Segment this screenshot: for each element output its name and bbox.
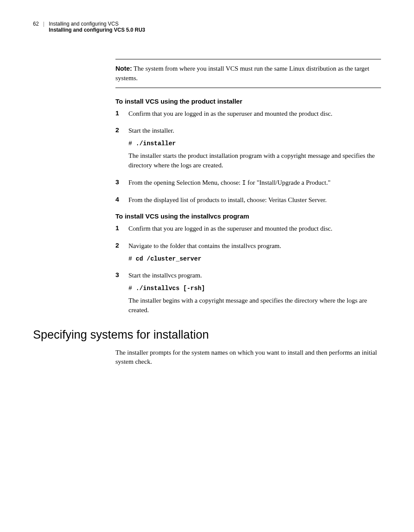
code-prompt: # bbox=[128, 285, 136, 292]
code-block: # ./installvcs [-rsh] bbox=[128, 284, 381, 293]
step-item: 2 Start the installer. # ./installer The… bbox=[115, 126, 381, 174]
header-separator: | bbox=[43, 21, 44, 27]
step-text: Confirm that you are logged in as the su… bbox=[128, 109, 381, 119]
step-number: 4 bbox=[115, 196, 128, 209]
header-section: Installing and configuring VCS 5.0 RU3 bbox=[49, 27, 145, 33]
step-item: 1 Confirm that you are logged in as the … bbox=[115, 224, 381, 237]
step-number: 2 bbox=[115, 242, 128, 267]
step-text: Start the installvcs program. bbox=[128, 271, 381, 281]
step-item: 3 Start the installvcs program. # ./inst… bbox=[115, 271, 381, 319]
code-prompt: # bbox=[128, 255, 136, 262]
code-block: # cd /cluster_server bbox=[128, 255, 381, 263]
section-body-text: The installer prompts for the system nam… bbox=[115, 348, 381, 367]
step-text: From the displayed list of products to i… bbox=[128, 196, 381, 205]
step-item: 4 From the displayed list of products to… bbox=[115, 196, 381, 209]
note-text: The system from where you install VCS mu… bbox=[115, 65, 369, 82]
step-item: 1 Confirm that you are logged in as the … bbox=[115, 109, 381, 122]
step-number: 2 bbox=[115, 126, 128, 174]
step-item: 2 Navigate to the folder that contains t… bbox=[115, 242, 381, 267]
code-command: ./installer bbox=[136, 140, 176, 147]
page-number: 62 bbox=[33, 21, 39, 27]
step-number: 1 bbox=[115, 224, 128, 237]
note-box: Note: The system from where you install … bbox=[115, 59, 381, 88]
step-text: Navigate to the folder that contains the… bbox=[128, 242, 381, 251]
note-label: Note: bbox=[115, 65, 132, 72]
step-after-text: The installer starts the product install… bbox=[128, 151, 381, 170]
step-text: Confirm that you are logged in as the su… bbox=[128, 224, 381, 234]
step-text: Start the installer. bbox=[128, 126, 381, 136]
step-text: From the opening Selection Menu, choose:… bbox=[128, 178, 381, 188]
code-block: # ./installer bbox=[128, 139, 381, 148]
step-number: 3 bbox=[115, 178, 128, 191]
procedure-title-2: To install VCS using the installvcs prog… bbox=[115, 212, 381, 220]
section-heading: Specifying systems for installation bbox=[33, 328, 381, 342]
step-number: 1 bbox=[115, 109, 128, 122]
page-header: 62 | Installing and configuring VCS Inst… bbox=[33, 21, 381, 33]
code-command: ./installvcs [-rsh] bbox=[136, 285, 205, 292]
code-prompt: # bbox=[128, 140, 136, 147]
step-after-text: The installer begins with a copyright me… bbox=[128, 296, 381, 315]
procedure-title-1: To install VCS using the product install… bbox=[115, 98, 381, 105]
step-number: 3 bbox=[115, 271, 128, 319]
code-command: cd /cluster_server bbox=[136, 255, 201, 262]
header-chapter: Installing and configuring VCS bbox=[49, 21, 145, 27]
step-item: 3 From the opening Selection Menu, choos… bbox=[115, 178, 381, 191]
